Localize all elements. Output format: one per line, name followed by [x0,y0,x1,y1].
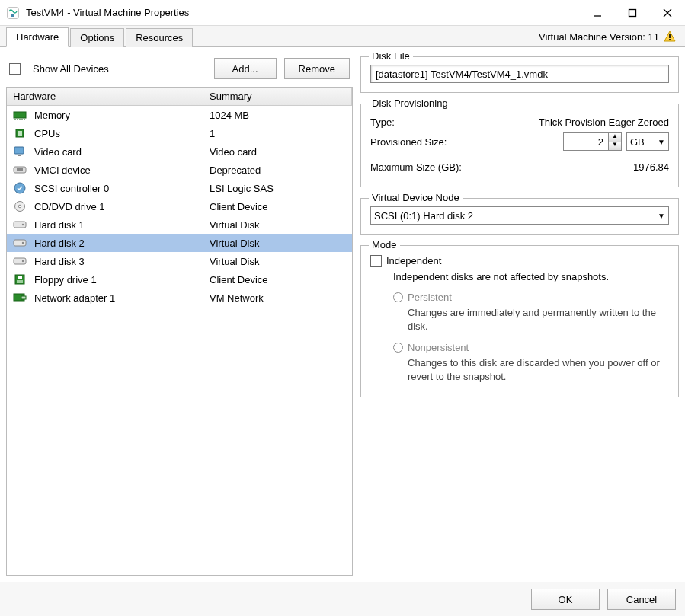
nic-icon [13,292,27,304]
dialog-body: Show All Devices Add... Remove Hardware … [0,47,685,582]
remove-button[interactable]: Remove [284,58,350,79]
hardware-summary: 1024 MB [210,110,249,121]
mode-nonpersistent-label: Nonpersistent [408,342,469,353]
hardware-row[interactable]: Video cardVideo card [7,142,352,161]
warning-icon [664,30,676,43]
dp-prov-size-label: Provisioned Size: [370,136,485,148]
hardware-summary: Client Device [210,274,268,286]
disk-file-group: Disk File [datastore1] TestVM4/TestVM4_1… [360,56,679,93]
chevron-down-icon: ▼ [658,138,665,146]
mode-nonpersistent-radio[interactable] [393,343,403,353]
svg-rect-8 [669,39,671,40]
dp-prov-size-spinner[interactable]: ▲ ▼ [609,132,622,151]
mode-independent-checkbox[interactable] [370,255,382,267]
svg-rect-7 [669,34,671,38]
tab-hardware[interactable]: Hardware [6,27,69,47]
dp-prov-size-input[interactable] [563,132,609,151]
cancel-button[interactable]: Cancel [607,589,676,610]
mode-nonpersistent-desc: Changes to this disk are discarded when … [408,356,669,383]
svg-rect-24 [14,222,26,228]
hardware-row[interactable]: Hard disk 2Virtual Disk [7,234,352,252]
vm-properties-window: TestVM4 - Virtual Machine Properties Har… [0,0,685,616]
maximize-button[interactable] [615,0,650,26]
hardware-summary: Video card [210,146,257,158]
vdn-title: Virtual Device Node [369,192,463,203]
memory-icon [13,109,27,121]
footer: OK Cancel [0,582,685,616]
hardware-summary: VM Network [210,292,264,304]
mode-independent-desc: Independent disks are not affected by sn… [393,271,669,282]
hardware-summary: Virtual Disk [210,219,260,231]
hardware-row[interactable]: Hard disk 3Virtual Disk [7,252,352,270]
hardware-name: Hard disk 1 [34,219,85,231]
hardware-row[interactable]: SCSI controller 0LSI Logic SAS [7,179,352,197]
virtual-device-node-group: Virtual Device Node SCSI (0:1) Hard disk… [360,198,679,235]
mode-group: Mode Independent Independent disks are n… [360,245,679,397]
hardware-row[interactable]: CD/DVD drive 1Client Device [7,197,352,215]
minimize-button[interactable] [580,0,615,26]
show-all-devices-checkbox[interactable] [9,63,21,75]
svg-point-23 [18,205,21,208]
svg-rect-3 [629,9,636,16]
svg-rect-34 [21,296,26,299]
col-summary[interactable]: Summary [203,88,352,105]
floppy-icon [13,273,27,286]
hardware-list-rows: Memory1024 MBCPUs1Video cardVideo cardVM… [7,106,352,307]
svg-rect-26 [14,240,26,246]
vsphere-icon [6,6,20,20]
svg-rect-1 [11,14,14,17]
hardware-name: Network adapter 1 [34,292,115,304]
mode-independent-label: Independent [386,255,441,267]
hardware-row[interactable]: Floppy drive 1Client Device [7,270,352,289]
hardware-row[interactable]: CPUs1 [7,124,352,142]
hardware-list: Hardware Summary Memory1024 MBCPUs1Video… [6,87,353,576]
add-button[interactable]: Add... [214,58,277,79]
hardware-name: VMCI device [34,164,91,176]
mode-title: Mode [369,239,400,251]
tab-row: Hardware Options Resources Virtual Machi… [0,26,685,47]
cpu-icon [13,127,27,139]
tab-resources[interactable]: Resources [126,28,193,47]
hardware-summary: Virtual Disk [210,238,260,249]
svg-point-29 [22,260,24,262]
dp-max-size-label: Maximum Size (GB): [370,161,485,173]
hardware-name: SCSI controller 0 [34,183,109,194]
tab-options[interactable]: Options [70,28,124,47]
video-icon [13,145,27,158]
svg-rect-16 [18,131,22,136]
dp-type-value: Thick Provision Eager Zeroed [485,116,669,128]
vm-version-label: Virtual Machine Version: 11 [539,30,676,43]
hardware-row[interactable]: Hard disk 1Virtual Disk [7,215,352,234]
svg-rect-18 [18,155,21,156]
col-hardware[interactable]: Hardware [7,88,203,105]
svg-rect-28 [14,258,26,264]
vdn-select[interactable]: SCSI (0:1) Hard disk 2 ▼ [370,206,669,225]
vmci-icon [13,164,27,176]
mode-persistent-radio[interactable] [393,292,403,302]
disk-icon [13,255,27,267]
disk-file-path[interactable]: [datastore1] TestVM4/TestVM4_1.vmdk [370,65,669,83]
dp-prov-size-unit[interactable]: GB ▼ [626,132,669,151]
left-pane: Show All Devices Add... Remove Hardware … [6,53,353,576]
hardware-row[interactable]: Network adapter 1VM Network [7,289,352,307]
disk-provisioning-title: Disk Provisioning [369,97,451,109]
hardware-name: Memory [34,110,70,121]
hardware-name: Video card [34,146,82,158]
disk-file-title: Disk File [369,50,413,62]
hardware-row[interactable]: VMCI deviceDeprecated [7,161,352,179]
ok-button[interactable]: OK [531,589,600,610]
dp-prov-size-unit-value: GB [630,136,645,148]
spinner-down-icon[interactable]: ▼ [609,142,621,150]
close-button[interactable] [650,0,685,26]
vm-version-text: Virtual Machine Version: 11 [539,31,659,43]
svg-rect-9 [14,112,26,118]
scsi-icon [13,182,27,194]
hardware-row[interactable]: Memory1024 MB [7,106,352,124]
dp-max-size-value: 1976.84 [485,161,669,173]
cd-icon [13,200,27,212]
window-buttons [580,0,685,26]
hardware-summary: Deprecated [210,164,261,176]
hardware-name: Hard disk 2 [34,238,85,249]
mode-persistent-label: Persistent [408,292,452,303]
show-all-devices-label: Show All Devices [33,63,206,75]
